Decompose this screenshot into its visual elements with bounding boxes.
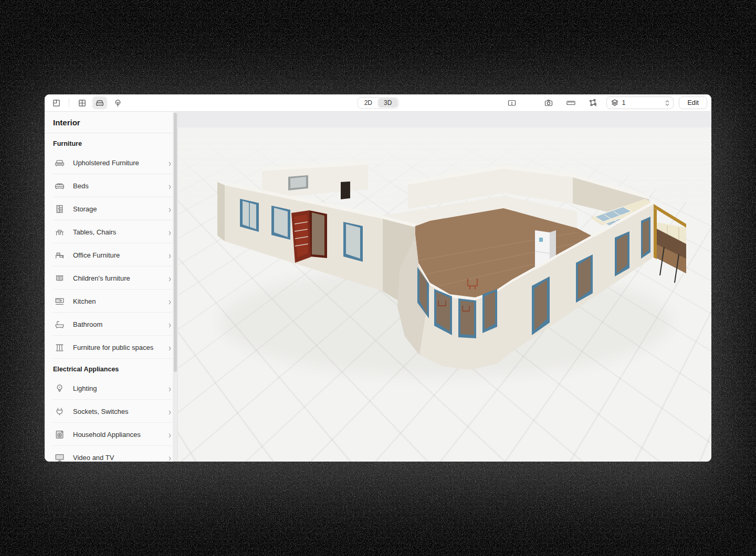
bed-icon: [53, 179, 66, 192]
sidebar-item-label: Lighting: [73, 384, 169, 392]
alert-icon[interactable]: [505, 97, 519, 109]
wardrobe-icon: [53, 202, 66, 215]
sidebar-item-sockets-switches[interactable]: Sockets, Switches ›: [45, 400, 177, 423]
desk-icon: [53, 249, 66, 261]
sidebar-item-label: Storage: [73, 205, 169, 213]
sidebar-item-storage[interactable]: Storage ›: [45, 197, 177, 220]
chevron-right-icon: ›: [169, 453, 171, 462]
bathtub-icon: [53, 318, 66, 330]
sidebar-item-label: Beds: [73, 182, 169, 190]
sidebar-item-childrens-furniture[interactable]: Children's furniture ›: [45, 266, 177, 290]
sidebar-item-tables-chairs[interactable]: Tables, Chairs ›: [45, 220, 177, 243]
sidebar-item-label: Household Appliances: [73, 431, 169, 439]
chevron-right-icon: ›: [169, 158, 171, 168]
floorplan-icon[interactable]: [49, 97, 64, 109]
sidebar-item-public-spaces[interactable]: Furniture for public spaces ›: [45, 336, 177, 359]
chevron-right-icon: ›: [169, 343, 171, 352]
view-mode-toggle: 2D 3D: [358, 97, 399, 109]
sidebar-item-upholstered-furniture[interactable]: Upholstered Furniture ›: [45, 151, 177, 174]
transform-icon[interactable]: [585, 97, 600, 109]
ruler-icon[interactable]: [563, 97, 578, 109]
sidebar-item-label: Upholstered Furniture: [73, 159, 169, 167]
sidebar-item-label: Tables, Chairs: [73, 228, 169, 236]
sidebar-item-video-tv[interactable]: Video and TV ›: [45, 446, 177, 462]
catalog-sidebar: Interior Furniture Upholstered Furniture…: [45, 112, 178, 462]
chevron-right-icon: ›: [169, 296, 171, 306]
house-3d-model: [209, 154, 692, 447]
sidebar-item-household-appliances[interactable]: Household Appliances ›: [45, 423, 177, 446]
sidebar-title: Interior: [45, 112, 177, 133]
sidebar-item-bathroom[interactable]: Bathroom ›: [45, 313, 177, 336]
chevron-right-icon: ›: [169, 430, 171, 440]
chevron-right-icon: ›: [169, 204, 171, 214]
sidebar-item-label: Children's furniture: [73, 274, 169, 282]
sidebar-item-label: Furniture for public spaces: [73, 344, 169, 351]
columns-icon: [53, 341, 66, 354]
floor-number: 1: [622, 99, 625, 106]
chevron-right-icon: ›: [169, 383, 171, 393]
kitchen-cabinet-icon: [53, 295, 66, 307]
sofa-icon: [53, 156, 66, 169]
edit-button[interactable]: Edit: [679, 97, 707, 109]
view-2d-button[interactable]: 2D: [359, 98, 378, 108]
floor-selector[interactable]: 1: [606, 97, 674, 109]
chevron-right-icon: ›: [169, 319, 171, 329]
tv-icon: [53, 451, 66, 462]
floor-stepper[interactable]: [665, 100, 669, 106]
tree-icon[interactable]: [110, 97, 125, 109]
sidebar-item-kitchen[interactable]: Kitchen ›: [45, 290, 177, 313]
sidebar-item-beds[interactable]: Beds ›: [45, 174, 177, 197]
chevron-right-icon: ›: [169, 227, 171, 237]
sidebar-item-label: Kitchen: [73, 297, 169, 305]
table-chair-icon: [53, 226, 66, 238]
toolbar-separator: [69, 99, 69, 107]
left-wing: [217, 182, 383, 291]
sidebar-item-office-furniture[interactable]: Office Furniture ›: [45, 243, 177, 266]
sidebar-item-lighting[interactable]: Lighting ›: [45, 377, 177, 400]
chevron-right-icon: ›: [169, 407, 171, 416]
bulb-icon: [53, 382, 66, 394]
sidebar-item-label: Sockets, Switches: [73, 408, 169, 415]
scrollbar-thumb[interactable]: [174, 113, 177, 372]
app-window: 2D 3D 1 Edit: [45, 94, 711, 462]
camera-icon[interactable]: [541, 97, 556, 109]
sidebar-item-label: Office Furniture: [73, 251, 169, 259]
crib-icon: [53, 272, 66, 284]
toolbar: 2D 3D 1 Edit: [45, 94, 711, 112]
sidebar-item-label: Video and TV: [73, 454, 169, 462]
chevron-right-icon: ›: [169, 250, 171, 260]
view-3d-button[interactable]: 3D: [378, 98, 397, 108]
chevron-right-icon: ›: [169, 181, 171, 191]
layers-icon: [611, 99, 619, 107]
chevron-right-icon: ›: [169, 273, 171, 283]
window-grid-icon[interactable]: [75, 97, 89, 109]
section-header-electrical: Electrical Appliances: [45, 359, 177, 377]
sidebar-item-label: Bathroom: [73, 320, 169, 328]
plug-icon: [53, 405, 66, 418]
section-header-furniture: Furniture: [45, 133, 177, 151]
3d-viewport[interactable]: [178, 112, 711, 462]
sidebar-scrollbar[interactable]: [173, 112, 177, 462]
washing-machine-icon: [53, 428, 66, 441]
sofa-icon[interactable]: [92, 97, 107, 109]
